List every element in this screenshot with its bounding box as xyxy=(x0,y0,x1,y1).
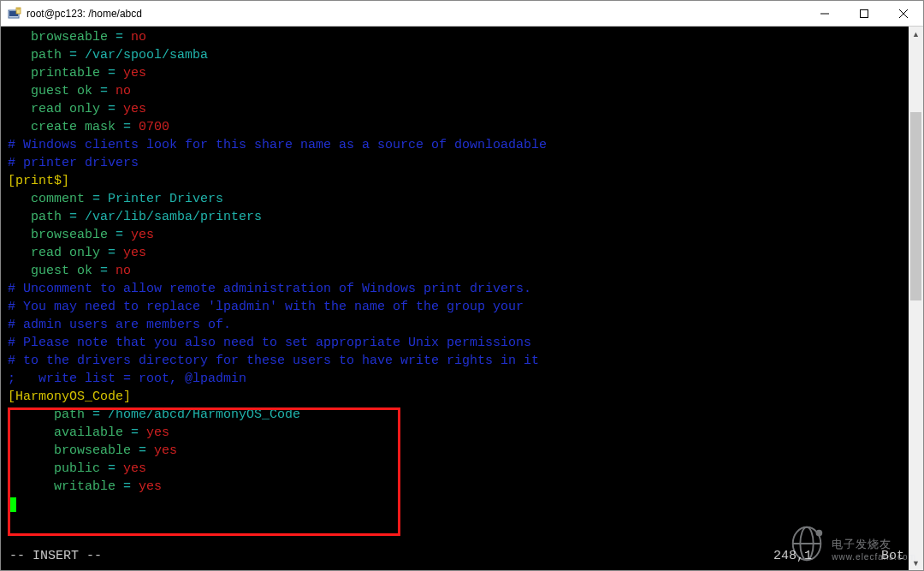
titlebar[interactable]: root@pc123: /home/abcd xyxy=(1,1,923,27)
watermark-text: 电子发烧友 www.elecfans.com xyxy=(832,538,916,563)
scroll-up-button[interactable]: ▲ xyxy=(909,27,923,41)
terminal-line: [print$] xyxy=(8,172,906,190)
title-left: root@pc123: /home/abcd xyxy=(1,7,142,21)
terminal-line: [HarmonyOS_Code] xyxy=(8,388,906,406)
maximize-button[interactable] xyxy=(844,1,884,26)
minimize-button[interactable] xyxy=(805,1,844,26)
scroll-thumb[interactable] xyxy=(910,112,921,300)
vim-status-line: -- INSERT --248,1 Bot xyxy=(8,547,906,565)
svg-point-12 xyxy=(816,530,823,537)
watermark-line2: www.elecfans.com xyxy=(832,550,916,563)
minimize-icon xyxy=(820,9,829,18)
terminal-line: read only = yes xyxy=(8,100,906,118)
terminal-line: # You may need to replace 'lpadmin' with… xyxy=(8,298,906,316)
terminal-line: guest ok = no xyxy=(8,82,906,100)
vim-mode: -- INSERT -- xyxy=(9,547,102,565)
window-title: root@pc123: /home/abcd xyxy=(27,8,142,20)
terminal-line: path = /home/abcd/HarmonyOS_Code xyxy=(8,406,906,424)
terminal-line: public = yes xyxy=(8,460,906,478)
terminal-line: path = /var/lib/samba/printers xyxy=(8,208,906,226)
terminal-line: browseable = yes xyxy=(8,226,906,244)
putty-window: root@pc123: /home/abcd browseable = no p… xyxy=(0,0,924,571)
watermark-line1: 电子发烧友 xyxy=(832,538,916,550)
terminal-cursor xyxy=(8,497,16,512)
maximize-icon xyxy=(860,9,868,18)
terminal-line: printable = yes xyxy=(8,64,906,82)
svg-rect-6 xyxy=(861,9,868,17)
terminal-line: # admin users are members of. xyxy=(8,316,906,334)
terminal-line: # Windows clients look for this share na… xyxy=(8,136,906,154)
terminal-line: browseable = no xyxy=(8,28,906,46)
scrollbar[interactable]: ▲ ▼ xyxy=(909,27,923,570)
terminal-line: writable = yes xyxy=(8,478,906,496)
watermark: 电子发烧友 www.elecfans.com xyxy=(787,524,916,563)
terminal-line: create mask = 0700 xyxy=(8,118,906,136)
terminal-line: ; write list = root, @lpadmin xyxy=(8,370,906,388)
terminal-line: guest ok = no xyxy=(8,262,906,280)
watermark-shield-icon xyxy=(787,524,826,563)
terminal-line: # Please note that you also need to set … xyxy=(8,334,906,352)
terminal-cursor-line xyxy=(8,496,906,514)
terminal-line: # printer drivers xyxy=(8,154,906,172)
terminal-line: # to the drivers directory for these use… xyxy=(8,352,906,370)
terminal-line: read only = yes xyxy=(8,244,906,262)
terminal-line: # Uncomment to allow remote administrati… xyxy=(8,280,906,298)
terminal-line: browseable = yes xyxy=(8,442,906,460)
close-button[interactable] xyxy=(884,1,923,26)
terminal-line: available = yes xyxy=(8,424,906,442)
terminal-line: path = /var/spool/samba xyxy=(8,46,906,64)
terminal-line: comment = Printer Drivers xyxy=(8,190,906,208)
window-controls xyxy=(805,1,923,26)
putty-icon xyxy=(8,7,21,21)
close-icon xyxy=(899,9,908,18)
terminal-area[interactable]: browseable = no path = /var/spool/samba … xyxy=(8,28,906,567)
